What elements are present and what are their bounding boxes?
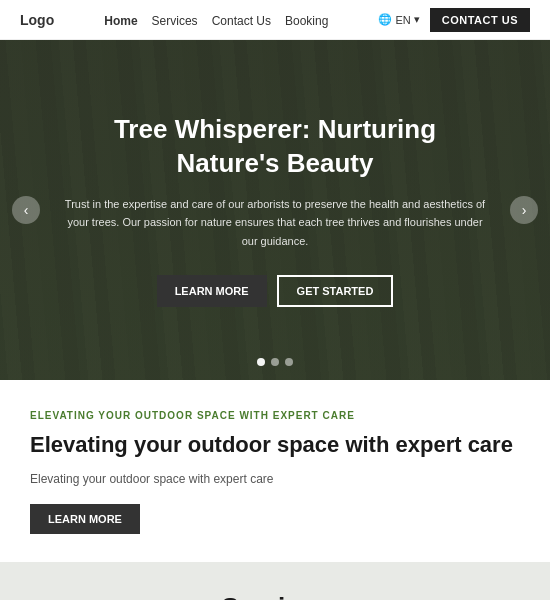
hero-section: ‹ Tree Whisperer: Nurturing Nature's Bea… bbox=[0, 40, 550, 380]
hero-get-started-button[interactable]: GET STARTED bbox=[277, 275, 394, 307]
hero-subtitle: Trust in the expertise and care of our a… bbox=[60, 195, 490, 251]
nav-item-booking[interactable]: Booking bbox=[285, 11, 328, 29]
hero-dot-2[interactable] bbox=[271, 358, 279, 366]
hero-dot-3[interactable] bbox=[285, 358, 293, 366]
hero-dots bbox=[257, 358, 293, 366]
chevron-right-icon: › bbox=[522, 202, 527, 218]
nav-links: Home Services Contact Us Booking bbox=[104, 11, 328, 29]
nav-item-contact[interactable]: Contact Us bbox=[212, 11, 271, 29]
nav-item-home[interactable]: Home bbox=[104, 11, 137, 29]
expert-title: Elevating your outdoor space with expert… bbox=[30, 431, 520, 460]
logo: Logo bbox=[20, 12, 54, 28]
hero-title: Tree Whisperer: Nurturing Nature's Beaut… bbox=[60, 113, 490, 181]
navbar: Logo Home Services Contact Us Booking 🌐 … bbox=[0, 0, 550, 40]
hero-learn-more-button[interactable]: LEARN MORE bbox=[157, 275, 267, 307]
hero-content: Tree Whisperer: Nurturing Nature's Beaut… bbox=[0, 113, 550, 307]
nav-item-services[interactable]: Services bbox=[152, 11, 198, 29]
chevron-down-icon: ▾ bbox=[414, 13, 420, 26]
chevron-left-icon: ‹ bbox=[24, 202, 29, 218]
services-title: Services bbox=[20, 592, 530, 600]
expert-section: ELEVATING YOUR OUTDOOR SPACE WITH EXPERT… bbox=[0, 380, 550, 562]
expert-learn-more-button[interactable]: LEARN MORE bbox=[30, 504, 140, 534]
services-section: Services Tree Preservation Tree Pruning … bbox=[0, 562, 550, 600]
hero-dot-1[interactable] bbox=[257, 358, 265, 366]
hero-next-arrow[interactable]: › bbox=[510, 196, 538, 224]
hero-prev-arrow[interactable]: ‹ bbox=[12, 196, 40, 224]
expert-desc: Elevating your outdoor space with expert… bbox=[30, 472, 520, 486]
lang-label: EN bbox=[395, 14, 410, 26]
hero-buttons: LEARN MORE GET STARTED bbox=[60, 275, 490, 307]
contact-us-button[interactable]: CONTACT US bbox=[430, 8, 530, 32]
lang-icon: 🌐 bbox=[378, 13, 392, 26]
language-selector[interactable]: 🌐 EN ▾ bbox=[378, 13, 419, 26]
nav-right: 🌐 EN ▾ CONTACT US bbox=[378, 8, 530, 32]
expert-tag: ELEVATING YOUR OUTDOOR SPACE WITH EXPERT… bbox=[30, 410, 520, 421]
